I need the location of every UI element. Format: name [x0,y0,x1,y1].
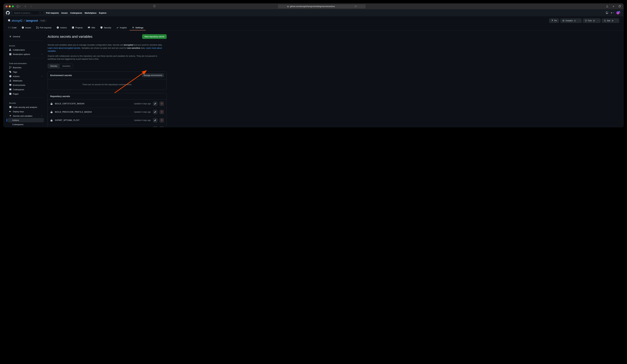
star-menu[interactable] [616,18,619,23]
github-header: Search or jump to... / Pull requests Iss… [3,9,624,16]
sidebar-pages[interactable]: Pages [8,92,44,96]
minimize-window[interactable] [9,5,11,7]
secret-name: EXPORT_OPTIONS_PLIST [55,119,132,121]
nav-codespaces[interactable]: Codespaces [70,12,82,14]
edit-secret-button[interactable] [153,126,157,127]
pin-button[interactable]: Pin [549,18,559,23]
edit-secret-button[interactable] [153,102,157,106]
tabs-icon[interactable] [618,5,621,8]
sidebar-toggle[interactable] [17,5,21,8]
sidebar-sv-actions[interactable]: Actions [8,118,44,122]
tab-insights[interactable]: Insights [114,25,129,30]
fork-button[interactable]: Fork0 [583,18,597,23]
repo-header: ahoog42 / iamgroot Public Pin Unwatch1 F… [3,16,624,23]
sidebar-sv-dependabot[interactable]: Dependabot [8,127,44,127]
secret-name: BUILD_CERTIFICATE_BASE64 [55,103,132,105]
environment-empty-text: There are no secrets for this repository… [48,79,166,90]
sidebar-general[interactable]: General [8,34,44,39]
sidebar-codespaces[interactable]: Codespaces [8,87,44,92]
environment-secrets-panel: Environment secrets Manage environments … [48,71,167,90]
svg-point-22 [10,80,11,80]
repo-owner-link[interactable]: ahoog42 [12,19,23,22]
delete-secret-button[interactable] [159,118,164,122]
github-logo-icon[interactable] [6,11,10,15]
nav-explore[interactable]: Explore [99,12,106,14]
sidebar-actions[interactable]: Actions [8,74,44,78]
sidebar-sv-codespaces[interactable]: Codespaces [8,122,44,127]
avatar [616,11,620,14]
secret-row: BUILD_CERTIFICATE_BASE64 Updated 4 days … [48,100,166,108]
svg-point-6 [36,26,37,27]
nav-pull-requests[interactable]: Pull requests [46,12,59,14]
tab-settings[interactable]: Settings [130,25,146,30]
tab-issues[interactable]: Issues [19,25,33,30]
new-tab-icon[interactable] [612,5,615,8]
tab-code[interactable]: Code [6,25,19,30]
lock-icon [50,111,53,113]
lock-icon [50,119,53,122]
sidebar-secrets-variables[interactable]: Secrets and variables [8,114,44,118]
tab-variables[interactable]: Variables [60,64,73,68]
url-text: github.com/ahoog42/iamgroot/settings/sec… [290,5,335,7]
traffic-lights [6,5,14,7]
tab-wiki[interactable]: Wiki [86,25,97,30]
watch-button[interactable]: Unwatch1 [560,18,578,23]
svg-point-18 [10,71,10,72]
svg-point-15 [9,66,10,67]
sidebar-deploy-keys[interactable]: Deploy keys [8,109,44,114]
delete-secret-button[interactable] [159,110,164,114]
share-icon[interactable] [605,5,609,8]
url-bar[interactable]: github.com/ahoog42/iamgroot/settings/sec… [278,4,366,8]
nav-marketplace[interactable]: Marketplace [85,12,97,14]
watch-menu[interactable] [578,18,581,23]
svg-point-16 [9,68,10,69]
delete-secret-button[interactable] [159,126,164,127]
edit-secret-button[interactable] [153,118,157,122]
sidebar-tags[interactable]: Tags [8,70,44,74]
svg-point-21 [10,81,11,81]
create-menu[interactable] [610,12,614,14]
sidebar-moderation[interactable]: Moderation options [8,52,44,56]
sidebar-heading-security: Security [8,99,44,105]
delete-secret-button[interactable] [159,102,164,106]
notifications-icon[interactable] [606,11,608,14]
tab-security[interactable]: Security [98,25,113,30]
settings-sidebar: General Access Collaborators Moderation … [8,34,44,127]
close-window[interactable] [6,5,7,7]
search-input[interactable]: Search or jump to... / [12,11,44,15]
back-button[interactable] [24,5,27,8]
sidebar-collaborators[interactable]: Collaborators [8,48,44,52]
nav-issues[interactable]: Issues [61,12,68,14]
star-button[interactable]: Star0 [602,18,616,23]
tab-secrets[interactable]: Secrets [48,64,60,68]
secret-row: BUILD_PROVISION_PROFILE_BASE64 Updated 4… [48,108,166,116]
manage-environments-button[interactable]: Manage environments [142,73,164,77]
user-menu[interactable] [616,11,621,14]
edit-secret-button[interactable] [153,110,157,114]
svg-rect-25 [9,93,11,95]
secret-row: KEYCHAIN_PASSWORD Updated 4 days ago [48,124,166,127]
sidebar-branches[interactable]: Branches [8,65,44,70]
repo-tabs: Code Issues Pull requests Actions Projec… [3,24,624,31]
learn-secrets-link[interactable]: Learn more about encrypted secrets [48,47,80,49]
repo-name-link[interactable]: iamgroot [26,19,38,22]
sidebar-heading-access: Access [8,42,44,48]
svg-point-7 [36,28,37,29]
tab-pull-requests[interactable]: Pull requests [34,25,54,30]
privacy-shield-icon[interactable] [153,5,156,8]
new-repository-secret-button[interactable]: New repository secret [142,34,167,39]
tab-projects[interactable]: Projects [69,25,85,30]
sidebar-environments[interactable]: Environments [8,83,44,87]
page-title: Actions secrets and variables [48,35,92,39]
svg-rect-23 [9,84,11,86]
forward-button[interactable] [29,5,33,8]
browser-chrome: github.com/ahoog42/iamgroot/settings/sec… [3,3,624,9]
intro-paragraph-2: Anyone with collaborator access to this … [48,54,167,61]
tab-actions[interactable]: Actions [54,25,69,30]
sidebar-webhooks[interactable]: Webhooks [8,78,44,83]
secret-name: BUILD_PROVISION_PROFILE_BASE64 [55,111,132,113]
sidebar-code-security[interactable]: Code security and analysis [8,105,44,109]
fork-menu[interactable] [597,18,601,23]
maximize-window[interactable] [12,5,14,7]
secret-updated-time: Updated 4 days ago [134,111,151,113]
